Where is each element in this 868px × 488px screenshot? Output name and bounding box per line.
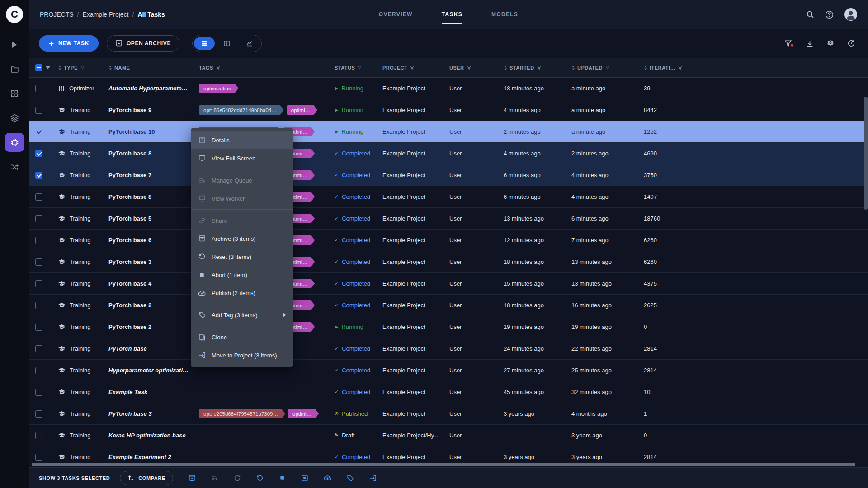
task-project[interactable]: Example Project [382,150,449,157]
sidebar-item-projects[interactable] [5,60,24,79]
column-header-select[interactable] [29,64,58,71]
table-row[interactable]: TrainingHyperparameter optimizati…✓Compl… [29,360,868,381]
move-action-button[interactable] [369,474,377,482]
row-checkbox[interactable] [35,193,42,201]
task-name[interactable]: Keras HP optimization base [108,425,199,446]
row-checkbox[interactable] [35,85,42,92]
new-task-button[interactable]: NEW TASK [39,35,99,52]
table-row[interactable]: TrainingPyTorch base 8opt: …optimi…✓Comp… [29,186,868,208]
sidebar-item-quick-start[interactable] [5,35,24,54]
row-checkbox[interactable] [35,172,42,179]
menu-item-publish-2-items[interactable]: Publish (2 items) [191,284,293,302]
clearml-logo[interactable]: C [0,0,29,29]
retry-action-button[interactable] [234,474,241,482]
table-row[interactable]: TrainingPyTorch base 5opt: …optimi…✓Comp… [29,208,868,230]
task-name[interactable]: PyTorch base 7 [108,164,199,186]
table-row[interactable]: TrainingPyTorch base 2opt: …optimi…✓Comp… [29,295,868,316]
row-checkbox[interactable] [35,432,42,439]
open-archive-button[interactable]: OPEN ARCHIVE [107,35,179,52]
tag-chip[interactable]: optimi… [287,105,317,115]
task-name[interactable]: PyTorch base 8 [108,186,199,208]
row-checkbox[interactable] [35,454,42,461]
row-checkbox[interactable] [35,215,42,222]
column-header-updated[interactable]: UPDATED [571,65,644,70]
task-name[interactable]: PyTorch base 6 [108,230,199,251]
task-project[interactable]: Example Project [382,258,449,265]
menu-item-view-full-screen[interactable]: View Full Screen [191,149,293,167]
table-row[interactable]: TrainingPyTorch base 7opt: …optimi…✓Comp… [29,164,868,186]
reset-action-button[interactable] [256,474,264,482]
vertical-scrollbar-thumb[interactable] [864,97,868,210]
task-name[interactable]: Automatic Hyperparamete… [108,78,199,99]
help-button[interactable] [825,10,834,19]
row-checkbox[interactable] [35,302,42,309]
table-row[interactable]: TrainingPyTorch base 3opt: …optimi…✓Comp… [29,251,868,273]
table-row[interactable]: TrainingPyTorch base 2opt: …optimi…▶Runn… [29,316,868,338]
row-checkbox[interactable] [35,150,42,157]
table-row[interactable]: TrainingPyTorch base 6opt: …optimi…✓Comp… [29,230,868,251]
task-project[interactable]: Example Project [382,215,449,222]
tag-chip[interactable]: opt: e205d684f7954571a7309… [199,409,285,418]
row-checkbox[interactable] [35,128,42,136]
task-name[interactable]: Hyperparameter optimizati… [108,360,199,381]
task-project[interactable]: Example Project [382,193,449,200]
task-project[interactable]: Example Project [382,345,449,352]
select-menu-caret[interactable] [46,66,50,69]
menu-item-archive-3-items[interactable]: Archive (3 items) [191,230,293,248]
search-button[interactable] [806,10,814,19]
task-project[interactable]: Example Project [382,107,449,113]
table-view-toggle[interactable] [194,37,215,50]
tab-overview[interactable]: OVERVIEW [379,0,413,29]
column-header-project[interactable]: PROJECT [382,65,449,70]
table-row[interactable]: TrainingExample Experiment 2✓CompletedEx… [29,446,868,462]
table-row[interactable]: TrainingPyTorch base 10opt: …optimi…▶Run… [29,121,868,143]
task-name[interactable]: PyTorch base 3 [108,251,199,273]
tag-chip[interactable]: opt: 85e5482ddd7149b8ba04… [199,105,284,115]
abort-action-button[interactable] [279,474,286,481]
row-checkbox[interactable] [35,345,42,352]
breadcrumb-projects[interactable]: PROJECTS [40,11,74,18]
add-tag-action-button[interactable] [347,474,354,482]
column-header-iterations[interactable]: ITERATI… [644,65,697,70]
task-name[interactable]: PyTorch base 5 [108,208,199,230]
vertical-scrollbar[interactable] [864,78,868,462]
row-checkbox[interactable] [35,367,42,374]
task-name[interactable]: PyTorch base 2 [108,316,199,338]
task-name[interactable]: PyTorch base 9 [108,99,199,121]
select-all-checkbox[interactable] [35,64,42,71]
compare-button[interactable]: COMPARE [120,471,173,485]
tag-chip[interactable]: optimi… [288,409,319,418]
menu-item-reset-3-items[interactable]: Reset (3 items) [191,248,293,266]
task-project[interactable]: Example Project [382,237,449,244]
auto-refresh-button[interactable] [847,39,855,47]
task-project[interactable]: Example Project [382,389,449,395]
task-project[interactable]: Example Project [382,172,449,178]
task-name[interactable]: PyTorch base 2 [108,295,199,316]
table-row[interactable]: TrainingPyTorch base✓CompletedExample Pr… [29,338,868,360]
table-row[interactable]: TrainingKeras HP optimization base✎Draft… [29,425,868,446]
split-view-toggle[interactable] [217,37,237,50]
publish-action-button[interactable] [324,474,331,482]
manage-queue-action-button[interactable] [211,474,218,482]
column-header-started[interactable]: STARTED [504,65,571,70]
task-project[interactable]: Example Project [382,454,449,460]
tab-tasks[interactable]: TASKS [442,0,462,29]
selected-count-label[interactable]: SHOW 3 TASKS SELECTED [39,475,110,481]
sidebar-item-datasets[interactable] [5,84,24,103]
task-project[interactable]: Example Project [382,128,449,135]
table-row[interactable]: OptimizerAutomatic Hyperparamete…optimiz… [29,78,868,99]
user-button[interactable] [844,8,857,21]
task-name[interactable]: Example Task [108,381,199,403]
column-header-tags[interactable]: TAGS [199,65,335,70]
table-row[interactable]: TrainingExample Task✓CompletedExample Pr… [29,381,868,403]
task-project[interactable]: Example Project [382,280,449,287]
row-checkbox[interactable] [35,237,42,244]
task-name[interactable]: PyTorch base [108,338,199,360]
task-name[interactable]: PyTorch base 4 [108,273,199,295]
tab-models[interactable]: MODELS [491,0,518,29]
archive-action-button[interactable] [189,474,196,482]
task-project[interactable]: Example Project [382,324,449,330]
abort-all-action-button[interactable] [301,474,308,482]
horizontal-scrollbar-thumb[interactable] [32,463,855,466]
settings-button[interactable] [826,39,835,47]
